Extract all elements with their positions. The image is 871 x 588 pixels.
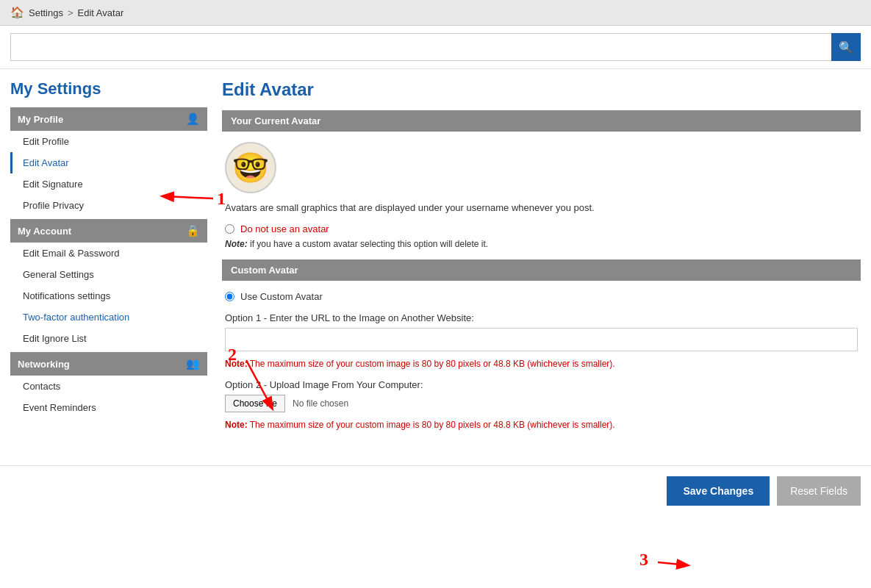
no-avatar-option: Do not use an avatar [225, 223, 858, 234]
sidebar-item-edit-avatar[interactable]: Edit Avatar [10, 152, 207, 173]
avatar-image: 🤓 [225, 142, 276, 193]
sidebar-title: My Settings [10, 79, 207, 98]
note-size-2: Note: The maximum size of your custom im… [225, 420, 858, 430]
option2-label: Option 2 - Upload Image From Your Comput… [225, 379, 858, 390]
sidebar-nav-profile: Edit Profile Edit Avatar Edit Signature … [10, 131, 207, 216]
option1-label: Option 1 - Enter the URL to the Image on… [225, 312, 858, 323]
url-input[interactable] [225, 328, 858, 351]
sidebar-item-contacts[interactable]: Contacts [10, 376, 207, 397]
sidebar-nav-networking: Contacts Event Reminders [10, 376, 207, 418]
sidebar-item-two-factor[interactable]: Two-factor authentication [10, 306, 207, 328]
home-icon: 🏠 [10, 6, 24, 19]
note-size-1: Note: The maximum size of your custom im… [225, 359, 858, 369]
bottom-action-bar: Save Changes Reset Fields [0, 465, 871, 516]
sidebar-item-edit-signature[interactable]: Edit Signature [10, 173, 207, 195]
no-avatar-label[interactable]: Do not use an avatar [240, 223, 329, 234]
avatar-emoji: 🤓 [232, 153, 269, 182]
search-bar: 🔍 [0, 26, 871, 69]
main-container: My Settings My Profile 👤 Edit Profile Ed… [0, 69, 871, 451]
sidebar-section-label-account: My Account [18, 226, 71, 237]
search-icon: 🔍 [839, 40, 853, 54]
breadcrumb-settings[interactable]: Settings [29, 7, 63, 18]
sidebar-nav-account: Edit Email & Password General Settings N… [10, 243, 207, 349]
sidebar-item-event-reminders[interactable]: Event Reminders [10, 397, 207, 418]
sidebar-item-ignore-list[interactable]: Edit Ignore List [10, 328, 207, 349]
no-avatar-note: Note: if you have a custom avatar select… [225, 239, 858, 249]
sidebar-section-my-account: My Account 🔒 [10, 219, 207, 243]
avatar-description: Avatars are small graphics that are disp… [225, 202, 858, 213]
save-changes-button[interactable]: Save Changes [667, 476, 770, 506]
reset-fields-button[interactable]: Reset Fields [777, 476, 861, 506]
no-avatar-radio[interactable] [225, 224, 234, 234]
svg-text:3: 3 [639, 550, 648, 569]
choose-file-button[interactable]: Choose file [225, 395, 285, 412]
use-custom-radio[interactable] [225, 292, 234, 301]
no-file-text: No file chosen [293, 398, 348, 409]
custom-avatar-section-header: Custom Avatar [222, 259, 861, 281]
sidebar-section-my-profile: My Profile 👤 [10, 107, 207, 131]
upload-row: Choose file No file chosen [225, 395, 858, 412]
sidebar: My Settings My Profile 👤 Edit Profile Ed… [10, 79, 207, 421]
search-input[interactable] [10, 33, 831, 61]
sidebar-item-edit-profile[interactable]: Edit Profile [10, 131, 207, 152]
breadcrumb-current: Edit Avatar [78, 7, 124, 18]
person-icon: 👤 [186, 112, 200, 126]
use-custom-option: Use Custom Avatar [225, 291, 858, 302]
people-icon: 👥 [186, 357, 200, 370]
search-button[interactable]: 🔍 [831, 33, 861, 61]
use-custom-label[interactable]: Use Custom Avatar [240, 291, 323, 302]
sidebar-section-label-networking: Networking [18, 359, 70, 370]
sidebar-section-label-profile: My Profile [18, 114, 63, 125]
sidebar-section-networking: Networking 👥 [10, 352, 207, 376]
breadcrumb-separator: > [68, 7, 74, 18]
content-area: Edit Avatar Your Current Avatar 🤓 Avatar… [222, 79, 861, 440]
lock-icon: 🔒 [186, 224, 200, 237]
page-title: Edit Avatar [222, 79, 861, 100]
sidebar-item-edit-email-password[interactable]: Edit Email & Password [10, 243, 207, 264]
sidebar-item-profile-privacy[interactable]: Profile Privacy [10, 195, 207, 216]
current-avatar-section-header: Your Current Avatar [222, 110, 861, 132]
breadcrumb-bar: 🏠 Settings > Edit Avatar [0, 0, 871, 26]
sidebar-item-notifications[interactable]: Notifications settings [10, 285, 207, 306]
sidebar-item-general-settings[interactable]: General Settings [10, 264, 207, 285]
svg-line-5 [658, 562, 687, 565]
